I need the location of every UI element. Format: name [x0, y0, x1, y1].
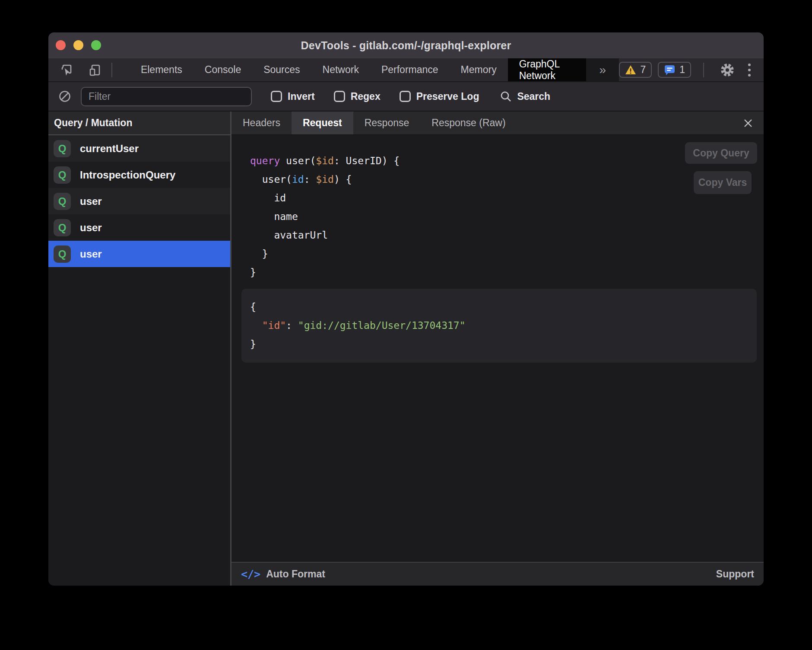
devtools-tab-sources[interactable]: Sources — [252, 58, 311, 81]
checkbox-invert[interactable]: Invert — [271, 91, 315, 102]
panel-footer: </> Auto Format Support — [232, 562, 764, 586]
filter-input[interactable] — [81, 87, 252, 106]
support-link[interactable]: Support — [716, 568, 754, 580]
issues-badge[interactable]: 1 — [658, 62, 691, 78]
graphql-query-code: query user($id: UserID) { user(id: $id) … — [250, 152, 764, 282]
minimize-window-button[interactable] — [73, 40, 83, 50]
query-list-item[interactable]: Quser — [48, 188, 230, 214]
traffic-lights — [56, 40, 101, 50]
message-icon — [664, 64, 676, 76]
code-line: "id": "gid://gitlab/User/13704317" — [250, 316, 748, 335]
copy-query-button[interactable]: Copy Query — [685, 142, 757, 164]
query-name-label: user — [80, 222, 102, 234]
query-name-label: currentUser — [80, 143, 139, 155]
code-line: name — [250, 207, 764, 226]
detail-tab-headers[interactable]: Headers — [232, 112, 292, 134]
toolbar-separator — [703, 63, 704, 77]
window-title: DevTools - gitlab.com/-/graphql-explorer — [301, 39, 511, 52]
code-format-icon: </> — [241, 568, 260, 580]
code-line: } — [250, 245, 764, 263]
checkbox-regex[interactable]: Regex — [334, 91, 381, 102]
checkbox-label: Regex — [351, 91, 381, 102]
code-line: id — [250, 189, 764, 207]
warning-icon — [625, 65, 636, 75]
close-window-button[interactable] — [56, 40, 66, 50]
query-type-badge: Q — [54, 166, 71, 184]
close-panel-button[interactable] — [733, 112, 764, 134]
query-list-item[interactable]: Quser — [48, 214, 230, 241]
query-list: QcurrentUserQIntrospectionQueryQuserQuse… — [48, 135, 230, 267]
devtools-window: DevTools - gitlab.com/-/graphql-explorer… — [48, 32, 764, 586]
query-variables-box: { "id": "gid://gitlab/User/13704317"} — [241, 289, 757, 363]
search-button[interactable]: Search — [500, 90, 550, 102]
settings-gear-icon[interactable] — [716, 62, 739, 78]
more-tabs-button[interactable]: » — [586, 58, 619, 81]
inspect-element-icon[interactable] — [57, 63, 78, 77]
devtools-tab-graphql-network[interactable]: GraphQL Network — [508, 58, 587, 81]
kebab-menu-icon[interactable] — [745, 64, 754, 76]
search-label: Search — [517, 91, 550, 102]
checkbox-icon[interactable] — [334, 91, 345, 102]
query-list-item[interactable]: QcurrentUser — [48, 135, 230, 162]
auto-format-button[interactable]: Auto Format — [266, 568, 325, 580]
toggle-device-toolbar-icon[interactable] — [85, 63, 105, 77]
copy-vars-button[interactable]: Copy Vars — [694, 171, 752, 194]
warning-count: 7 — [640, 64, 646, 76]
devtools-tab-network[interactable]: Network — [311, 58, 370, 81]
checkbox-icon[interactable] — [271, 91, 282, 102]
devtools-tab-elements[interactable]: Elements — [130, 58, 193, 81]
devtools-tab-memory[interactable]: Memory — [450, 58, 508, 81]
query-type-badge: Q — [54, 193, 71, 210]
checkbox-label: Preserve Log — [416, 91, 479, 102]
query-name-label: IntrospectionQuery — [80, 169, 175, 181]
query-list-header: Query / Mutation — [48, 112, 230, 135]
message-count: 1 — [679, 64, 685, 76]
query-type-badge: Q — [54, 140, 71, 157]
query-variables-code: { "id": "gid://gitlab/User/13704317"} — [250, 298, 748, 354]
checkbox-icon[interactable] — [400, 91, 411, 102]
query-list-sidebar: Query / Mutation QcurrentUserQIntrospect… — [48, 112, 230, 586]
devtools-tab-console[interactable]: Console — [193, 58, 252, 81]
query-type-badge: Q — [54, 219, 71, 236]
detail-tab-response[interactable]: Response — [353, 112, 421, 134]
request-content: query user($id: UserID) { user(id: $id) … — [232, 135, 764, 562]
checkbox-preserve-log[interactable]: Preserve Log — [400, 91, 479, 102]
detail-tab-response-raw-[interactable]: Response (Raw) — [420, 112, 517, 134]
query-list-item[interactable]: QIntrospectionQuery — [48, 162, 230, 188]
detail-tab-strip: HeadersRequestResponseResponse (Raw) — [232, 112, 764, 135]
title-bar: DevTools - gitlab.com/-/graphql-explorer — [48, 32, 764, 58]
code-line: avatarUrl — [250, 226, 764, 245]
toolbar-separator — [111, 63, 112, 77]
filter-toolbar: InvertRegexPreserve Log Search — [48, 82, 764, 112]
request-detail-panel: HeadersRequestResponseResponse (Raw) que… — [232, 112, 764, 586]
query-type-badge: Q — [54, 245, 71, 263]
checkbox-label: Invert — [288, 91, 315, 102]
query-name-label: user — [80, 195, 102, 207]
close-icon — [743, 118, 753, 128]
chevron-double-right-icon: » — [599, 63, 606, 77]
zoom-window-button[interactable] — [91, 40, 101, 50]
warnings-badge[interactable]: 7 — [619, 62, 652, 78]
devtools-tab-strip: ElementsConsoleSourcesNetworkPerformance… — [130, 58, 586, 81]
code-line: { — [250, 298, 748, 316]
devtools-tab-performance[interactable]: Performance — [370, 58, 450, 81]
devtools-toolbar: ElementsConsoleSourcesNetworkPerformance… — [48, 58, 764, 82]
code-line: user(id: $id) { — [250, 170, 764, 189]
query-name-label: user — [80, 248, 102, 260]
code-line: } — [250, 335, 748, 354]
query-list-item[interactable]: Quser — [48, 241, 230, 267]
clear-filter-icon[interactable] — [55, 90, 75, 103]
code-line: } — [250, 263, 764, 282]
detail-tab-request[interactable]: Request — [292, 112, 353, 134]
search-icon — [500, 90, 512, 102]
